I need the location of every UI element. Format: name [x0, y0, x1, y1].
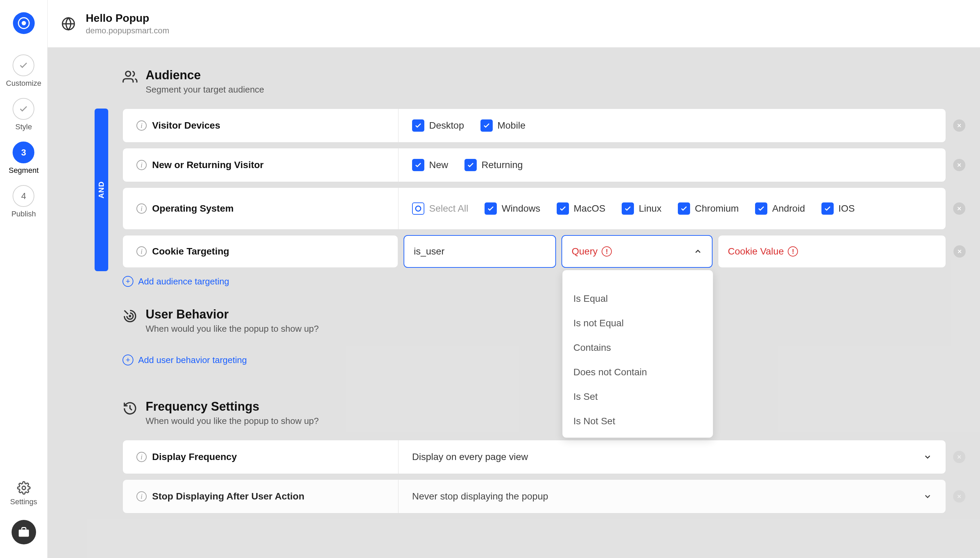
svg-point-1: [21, 21, 26, 26]
info-icon[interactable]: i: [136, 120, 147, 131]
briefcase-button[interactable]: [11, 520, 36, 544]
behavior-title: User Behavior: [146, 307, 319, 322]
remove-row-button[interactable]: [953, 490, 965, 502]
svg-line-16: [125, 311, 128, 314]
svg-point-15: [129, 315, 131, 317]
row-label: Cookie Targeting: [152, 246, 229, 257]
checkbox-returning[interactable]: Returning: [465, 159, 523, 171]
cookie-name-input[interactable]: is_user: [404, 235, 556, 268]
cookie-query-select[interactable]: Query! Is Equal Is not Equal Contains Do…: [561, 235, 712, 268]
row-display-frequency: i Display Frequency Display on every pag…: [123, 440, 946, 474]
nav-segment-label: Segment: [8, 166, 38, 175]
cookie-value-input[interactable]: Cookie Value!: [718, 235, 946, 268]
info-icon[interactable]: i: [136, 246, 147, 256]
checkbox-android[interactable]: Android: [755, 202, 805, 215]
checkbox-select-all[interactable]: Select All: [412, 202, 468, 215]
audience-title: Audience: [146, 68, 264, 82]
behavior-header: User Behavior When would you like the po…: [123, 307, 946, 334]
sidebar: Customize Style 3 Segment 4 Publish Sett…: [0, 0, 48, 558]
remove-row-button[interactable]: [953, 202, 965, 215]
chevron-up-icon: [693, 247, 703, 256]
row-visitor-devices: i Visitor Devices Desktop Mobile: [123, 108, 946, 143]
dropdown-option-is-not-equal[interactable]: Is not Equal: [563, 311, 713, 335]
info-icon[interactable]: i: [136, 160, 147, 170]
checkbox-macos[interactable]: MacOS: [557, 202, 605, 215]
dropdown-option-does-not-contain[interactable]: Does not Contain: [563, 360, 713, 384]
nav-style-label: Style: [15, 123, 32, 131]
nav-segment[interactable]: 3 Segment: [8, 141, 38, 175]
page-subtitle: demo.popupsmart.com: [86, 26, 169, 35]
page-title: Hello Popup: [86, 12, 169, 25]
row-label: New or Returning Visitor: [152, 159, 264, 171]
stop-displaying-select[interactable]: Never stop displaying the popup: [399, 480, 946, 513]
nav-style[interactable]: Style: [13, 98, 34, 131]
checkbox-desktop[interactable]: Desktop: [412, 120, 464, 132]
remove-row-button[interactable]: [953, 159, 965, 171]
info-icon[interactable]: i: [136, 491, 147, 502]
remove-row-button[interactable]: [954, 245, 966, 258]
audience-header: Audience Segment your target audience: [123, 68, 946, 95]
chevron-down-icon: [923, 492, 932, 501]
display-frequency-select[interactable]: Display on every page view: [399, 440, 946, 474]
nav-publish[interactable]: 4 Publish: [11, 185, 36, 218]
header: Hello Popup demo.popupsmart.com: [48, 0, 980, 48]
frequency-desc: When would you like the popup to show up…: [146, 416, 319, 426]
history-icon: [123, 401, 138, 416]
svg-point-2: [22, 486, 26, 490]
row-cookie-targeting: i Cookie Targeting is_user Query! Is Equ…: [123, 235, 946, 268]
and-connector: AND: [95, 108, 108, 271]
settings-button[interactable]: Settings: [10, 481, 38, 506]
add-behavior-targeting[interactable]: + Add user behavior targeting: [123, 354, 946, 366]
row-stop-displaying: i Stop Displaying After User Action Neve…: [123, 479, 946, 514]
svg-point-6: [126, 71, 131, 77]
settings-label: Settings: [10, 497, 38, 506]
row-operating-system: i Operating System Select All Windows Ma…: [123, 187, 946, 230]
nav-customize[interactable]: Customize: [6, 54, 41, 88]
checkbox-windows[interactable]: Windows: [484, 202, 540, 215]
row-new-returning: i New or Returning Visitor New Returning: [123, 148, 946, 182]
behavior-desc: When would you like the popup to show up…: [146, 323, 319, 334]
row-label: Stop Displaying After User Action: [152, 491, 305, 502]
chevron-down-icon: [923, 453, 932, 461]
info-icon[interactable]: i: [136, 452, 147, 462]
checkbox-new[interactable]: New: [412, 159, 448, 171]
target-icon: [123, 309, 138, 323]
audience-desc: Segment your target audience: [146, 84, 264, 95]
info-icon[interactable]: i: [136, 204, 147, 214]
remove-row-button[interactable]: [953, 451, 965, 463]
checkbox-ios[interactable]: IOS: [821, 202, 855, 215]
nav-publish-label: Publish: [11, 210, 36, 218]
error-icon: !: [788, 246, 798, 256]
app-logo[interactable]: [13, 12, 35, 34]
svg-rect-3: [19, 530, 29, 537]
remove-row-button[interactable]: [953, 120, 965, 132]
row-label: Visitor Devices: [152, 120, 220, 131]
checkbox-linux[interactable]: Linux: [622, 202, 662, 215]
nav-customize-label: Customize: [6, 79, 41, 88]
query-dropdown: Is Equal Is not Equal Contains Does not …: [562, 270, 713, 438]
plus-icon: +: [123, 354, 133, 366]
dropdown-option-is-not-set[interactable]: Is Not Set: [563, 409, 713, 433]
checkbox-chromium[interactable]: Chromium: [678, 202, 739, 215]
globe-icon: [61, 17, 76, 31]
dropdown-option-contains[interactable]: Contains: [563, 335, 713, 360]
dropdown-option-is-equal[interactable]: Is Equal: [563, 287, 713, 311]
row-label: Display Frequency: [152, 451, 237, 463]
error-icon: !: [602, 246, 612, 256]
add-audience-targeting[interactable]: + Add audience targeting: [123, 276, 946, 287]
dropdown-option-is-set[interactable]: Is Set: [563, 384, 713, 409]
plus-icon: +: [123, 276, 133, 287]
frequency-header: Frequency Settings When would you like t…: [123, 399, 946, 426]
row-label: Operating System: [152, 203, 234, 214]
audience-icon: [123, 69, 138, 84]
checkbox-mobile[interactable]: Mobile: [481, 120, 525, 132]
frequency-title: Frequency Settings: [146, 399, 319, 414]
